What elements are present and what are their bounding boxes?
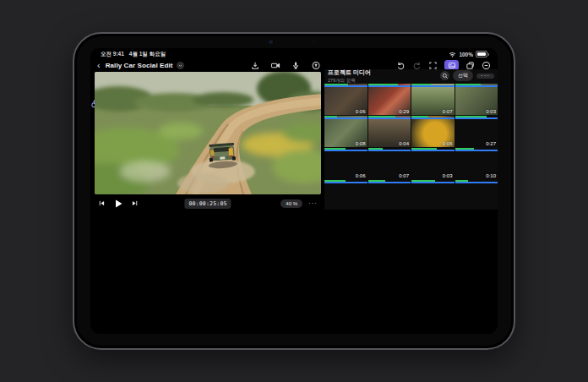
media-select-button[interactable]: 선택 (453, 70, 473, 81)
media-item-count: 279개의 항목 (328, 78, 371, 84)
media-thumbnail[interactable] (411, 180, 455, 210)
used-stripe (411, 117, 455, 119)
used-stripe (411, 85, 455, 87)
media-thumbnail[interactable] (324, 180, 368, 210)
wifi-icon (449, 52, 456, 57)
mic-icon[interactable] (291, 61, 301, 70)
media-browser: 프로젝트 미디어 279개의 항목 선택 ··· 0:060:290:070:0… (324, 69, 498, 210)
status-bar: 오전 9:41 4월 1일 화요일 100% (90, 48, 498, 58)
clip-duration: 0:08 (356, 141, 366, 146)
undo-icon[interactable] (396, 61, 406, 70)
video-viewer[interactable] (95, 72, 321, 194)
media-thumbnail[interactable]: 0:04 (368, 116, 411, 147)
media-thumbnail[interactable]: 0:03 (455, 84, 498, 115)
overlay-icon[interactable] (466, 61, 475, 70)
media-thumbnail[interactable]: 0:27 (455, 116, 498, 147)
remove-icon[interactable] (482, 61, 491, 70)
media-grid: 0:060:290:070:030:080:040:060:270:060:07… (324, 84, 498, 210)
desktop-background: 오전 9:41 4월 1일 화요일 100% ‹ Rally Car Socia… (0, 0, 588, 382)
back-button[interactable]: ‹ (97, 62, 101, 68)
media-thumbnail[interactable]: 0:07 (368, 148, 411, 179)
used-stripe (368, 150, 411, 151)
used-stripe (455, 117, 498, 119)
connected-clip[interactable] (90, 254, 95, 267)
used-stripe (324, 85, 368, 87)
connected-clip[interactable] (90, 189, 93, 203)
split-view-icon[interactable] (428, 61, 438, 70)
viewer-more-button[interactable]: ··· (308, 202, 318, 205)
used-stripe (324, 150, 368, 151)
redo-icon[interactable] (412, 61, 422, 70)
connected-clip[interactable] (90, 279, 96, 294)
used-stripe (324, 117, 368, 119)
clip-duration: 0:03 (443, 173, 453, 178)
used-stripe (368, 85, 411, 87)
viewer-zoom-button[interactable]: 40 % (280, 199, 302, 208)
connected-clip[interactable] (90, 319, 94, 331)
clip-duration: 0:27 (486, 141, 496, 146)
connected-clip[interactable] (90, 306, 95, 319)
media-thumbnail[interactable]: 0:06 (411, 116, 455, 147)
used-stripe (324, 182, 368, 183)
used-stripe (411, 150, 455, 151)
media-thumbnail[interactable]: 0:10 (455, 148, 498, 179)
media-more-button[interactable]: ··· (476, 74, 494, 79)
media-browser-title: 프로젝트 미디어 (328, 68, 371, 77)
rally-car-frame (95, 72, 321, 194)
connected-clip[interactable] (90, 176, 94, 189)
clip-duration: 0:06 (443, 141, 453, 146)
ipad-device-frame: 오전 9:41 4월 1일 화요일 100% ‹ Rally Car Socia… (73, 32, 515, 350)
search-icon[interactable] (440, 71, 449, 80)
clip-duration: 0:06 (356, 173, 366, 178)
player-controls: 00:00:25:05 40 % ··· (95, 195, 321, 211)
ipad-screen: 오전 9:41 4월 1일 화요일 100% ‹ Rally Car Socia… (90, 48, 498, 334)
media-thumbnail[interactable]: 0:06 (324, 84, 368, 115)
connected-clip[interactable] (90, 267, 94, 279)
media-thumbnail[interactable]: 0:06 (324, 148, 368, 179)
clip-duration: 0:07 (399, 173, 409, 178)
clock-time: 오전 9:41 (101, 51, 124, 58)
clip-duration: 0:06 (356, 109, 366, 114)
clip-duration: 0:03 (486, 109, 496, 114)
connected-clip[interactable] (90, 331, 95, 334)
connected-clip[interactable] (90, 220, 93, 232)
record-voiceover-icon[interactable] (312, 61, 321, 70)
play-icon[interactable] (113, 199, 123, 209)
used-stripe (368, 117, 411, 119)
connected-clip[interactable] (90, 294, 94, 306)
media-thumbnail[interactable]: 0:08 (324, 116, 368, 147)
connected-clip[interactable] (90, 232, 100, 254)
media-thumbnail[interactable]: 0:03 (411, 148, 455, 179)
battery-icon (476, 51, 487, 57)
used-stripe (455, 85, 498, 87)
skip-forward-icon[interactable] (131, 199, 139, 207)
used-stripe (455, 182, 498, 183)
transport-buttons (98, 199, 139, 209)
clip-duration: 0:07 (443, 109, 453, 114)
ambient-sensor (313, 41, 315, 43)
clip-duration: 0:04 (399, 141, 409, 146)
clip-duration: 0:29 (399, 109, 409, 114)
timecode-display: 00:00:25:05 (184, 199, 231, 209)
battery-percent: 100% (459, 52, 473, 57)
media-thumbnail[interactable] (368, 180, 411, 210)
clock-date: 4월 1일 화요일 (129, 51, 166, 58)
media-browser-header: 프로젝트 미디어 279개의 항목 선택 ··· (324, 69, 498, 82)
camera-icon[interactable] (271, 61, 280, 70)
used-stripe (455, 150, 498, 151)
clip-duration: 0:10 (486, 173, 496, 178)
project-title: Rally Car Social Edit (106, 62, 173, 69)
media-thumbnail[interactable] (455, 180, 498, 210)
import-icon[interactable] (251, 61, 260, 70)
capture-tools (251, 61, 321, 70)
media-thumbnail[interactable]: 0:29 (368, 84, 411, 115)
front-camera (269, 40, 273, 44)
used-stripe (411, 182, 455, 183)
used-stripe (368, 182, 411, 183)
skip-back-icon[interactable] (98, 199, 106, 207)
title-menu-button[interactable] (177, 62, 184, 69)
media-thumbnail[interactable]: 0:07 (411, 84, 455, 115)
